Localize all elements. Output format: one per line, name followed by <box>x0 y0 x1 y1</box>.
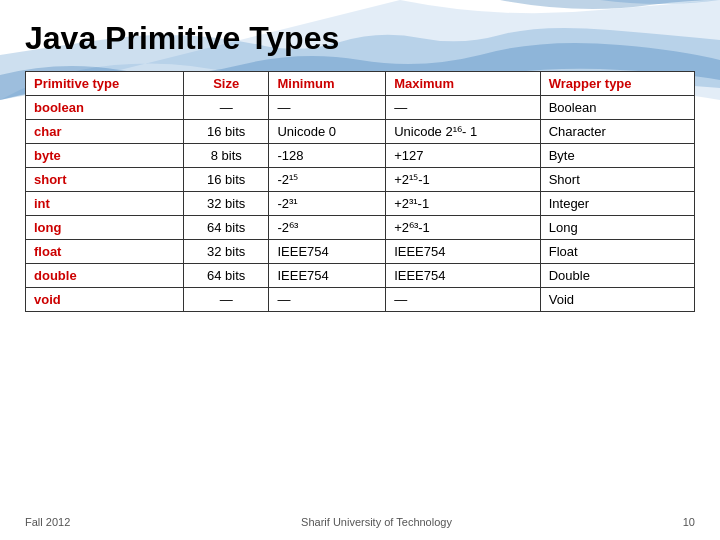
table-cell-2-3: +127 <box>386 144 541 168</box>
table-cell-1-2: Unicode 0 <box>269 120 386 144</box>
table-cell-7-3: IEEE754 <box>386 264 541 288</box>
table-row: short16 bits-2¹⁵+2¹⁵-1Short <box>26 168 695 192</box>
footer: Fall 2012 Sharif University of Technolog… <box>0 516 720 528</box>
table-cell-0-0: boolean <box>26 96 184 120</box>
table-cell-2-0: byte <box>26 144 184 168</box>
table-cell-4-0: int <box>26 192 184 216</box>
table-header-row: Primitive type Size Minimum Maximum Wrap… <box>26 72 695 96</box>
table-cell-5-1: 64 bits <box>183 216 268 240</box>
table-row: double64 bitsIEEE754IEEE754Double <box>26 264 695 288</box>
col-header-max: Maximum <box>386 72 541 96</box>
table-cell-0-2: — <box>269 96 386 120</box>
primitive-types-table: Primitive type Size Minimum Maximum Wrap… <box>25 71 695 312</box>
table-row: void———Void <box>26 288 695 312</box>
table-cell-2-2: -128 <box>269 144 386 168</box>
table-row: float32 bitsIEEE754IEEE754Float <box>26 240 695 264</box>
table-row: int32 bits-2³¹+2³¹-1Integer <box>26 192 695 216</box>
table-cell-3-0: short <box>26 168 184 192</box>
table-cell-7-0: double <box>26 264 184 288</box>
table-cell-1-1: 16 bits <box>183 120 268 144</box>
table-cell-8-2: — <box>269 288 386 312</box>
table-cell-7-4: Double <box>540 264 694 288</box>
table-cell-8-3: — <box>386 288 541 312</box>
col-header-size: Size <box>183 72 268 96</box>
table-cell-6-4: Float <box>540 240 694 264</box>
table-cell-6-2: IEEE754 <box>269 240 386 264</box>
table-cell-8-1: — <box>183 288 268 312</box>
page-title: Java Primitive Types <box>25 20 695 57</box>
table-cell-1-4: Character <box>540 120 694 144</box>
table-cell-8-4: Void <box>540 288 694 312</box>
table-row: char16 bitsUnicode 0Unicode 2¹⁶- 1Charac… <box>26 120 695 144</box>
table-cell-5-4: Long <box>540 216 694 240</box>
footer-center: Sharif University of Technology <box>301 516 452 528</box>
table-row: byte8 bits-128+127Byte <box>26 144 695 168</box>
table-cell-1-3: Unicode 2¹⁶- 1 <box>386 120 541 144</box>
col-header-wrapper: Wrapper type <box>540 72 694 96</box>
table-cell-5-2: -2⁶³ <box>269 216 386 240</box>
table-cell-6-1: 32 bits <box>183 240 268 264</box>
table-cell-3-1: 16 bits <box>183 168 268 192</box>
table-cell-7-1: 64 bits <box>183 264 268 288</box>
col-header-min: Minimum <box>269 72 386 96</box>
table-cell-4-4: Integer <box>540 192 694 216</box>
table-cell-0-3: — <box>386 96 541 120</box>
table-cell-6-0: float <box>26 240 184 264</box>
table-cell-3-4: Short <box>540 168 694 192</box>
table-row: boolean———Boolean <box>26 96 695 120</box>
footer-left: Fall 2012 <box>25 516 70 528</box>
table-cell-5-3: +2⁶³-1 <box>386 216 541 240</box>
table-row: long64 bits-2⁶³+2⁶³-1Long <box>26 216 695 240</box>
table-cell-4-2: -2³¹ <box>269 192 386 216</box>
col-header-type: Primitive type <box>26 72 184 96</box>
footer-right: 10 <box>683 516 695 528</box>
table-cell-4-3: +2³¹-1 <box>386 192 541 216</box>
table-cell-5-0: long <box>26 216 184 240</box>
table-cell-2-1: 8 bits <box>183 144 268 168</box>
table-cell-3-3: +2¹⁵-1 <box>386 168 541 192</box>
table-cell-0-4: Boolean <box>540 96 694 120</box>
table-cell-8-0: void <box>26 288 184 312</box>
table-cell-3-2: -2¹⁵ <box>269 168 386 192</box>
table-cell-6-3: IEEE754 <box>386 240 541 264</box>
table-cell-7-2: IEEE754 <box>269 264 386 288</box>
table-cell-1-0: char <box>26 120 184 144</box>
table-cell-4-1: 32 bits <box>183 192 268 216</box>
table-cell-0-1: — <box>183 96 268 120</box>
table-cell-2-4: Byte <box>540 144 694 168</box>
